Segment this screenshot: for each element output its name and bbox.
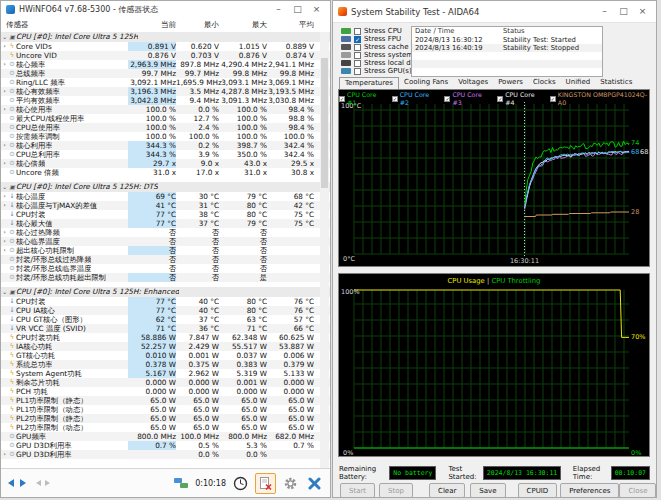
stress-checkbox[interactable]: [354, 60, 361, 67]
stress-checkbox[interactable]: [354, 52, 361, 59]
sensor-row[interactable]: ϟCPU封装功耗58.886 W7.847 W62.348 W60.625 W: [1, 333, 330, 342]
sensor-row[interactable]: ›⊙超出核心功耗限制否否否: [1, 246, 330, 255]
sensor-group-header[interactable]: ⌄▣CPU [#0]: Intel Core Ultra 5 125H: Enh…: [1, 287, 330, 297]
tab-unified[interactable]: Unified: [561, 77, 596, 89]
log-row[interactable]: 2024/8/13 16:30:12Stability Test: Starte…: [412, 36, 602, 44]
tab-powers[interactable]: Powers: [493, 77, 528, 89]
close-icon[interactable]: ×: [308, 2, 325, 17]
clear-button[interactable]: Clear: [429, 483, 465, 498]
sensor-label: GPU频率: [16, 432, 46, 441]
sensor-row[interactable]: ›⊙核心使用率100.0 %0.0 %100.0 %98.4 %: [1, 105, 330, 114]
maximize-icon[interactable]: □: [289, 2, 306, 17]
preferences-button[interactable]: Preferences: [560, 483, 619, 498]
sensor-row[interactable]: ↓CPU封装77 °C40 °C80 °C76 °C: [1, 297, 330, 306]
log-row[interactable]: 2024/8/13 16:40:19Stability Test: Stoppe…: [412, 44, 602, 52]
legend-checkbox[interactable]: ✓: [339, 96, 345, 102]
legend-checkbox[interactable]: ✓: [550, 96, 556, 102]
sensor-label: PL2功率限制（静态）: [16, 414, 87, 423]
sensor-row[interactable]: ↓CPU GT核心（图形）62 °C37 °C63 °C57 °C: [1, 315, 330, 324]
sensor-row[interactable]: ⊙平均有效频率3,042.8 MHz9.4 MHz3,091.3 MHz3,03…: [1, 96, 330, 105]
sensor-row[interactable]: ⊙封装/环形总线临界温度否否否: [1, 264, 330, 273]
column-current[interactable]: 当前: [128, 20, 176, 30]
stress-checkbox[interactable]: ✓: [354, 36, 361, 43]
sensor-row[interactable]: ϟPL1功率限制（静态）65.0 W65.0 W65.0 W65.0 W: [1, 396, 330, 405]
sensor-row[interactable]: ›⊙GPU D3D利用率0.0 %0.0 %: [1, 450, 330, 459]
sensor-row[interactable]: ›⊙核心频率2,963.9 MHz897.8 MHz4,290.4 MHz2,9…: [1, 60, 330, 69]
scrollbar-thumb[interactable]: [321, 58, 328, 188]
sensor-row[interactable]: ϟ剩余芯片功耗0.000 W0.000 W0.001 W0.000 W: [1, 378, 330, 387]
tab-voltages[interactable]: Voltages: [453, 77, 493, 89]
close-sensors-icon[interactable]: [305, 474, 324, 493]
minimize-icon[interactable]: –: [596, 4, 613, 19]
legend-checkbox[interactable]: ✓: [392, 96, 398, 102]
sensor-row[interactable]: ↓CPU IA核心77 °C40 °C80 °C76 °C: [1, 306, 330, 315]
sensor-row[interactable]: ›⊙核心利用率344.3 %0.2 %398.7 %342.4 %: [1, 141, 330, 150]
sensor-row[interactable]: ⊙最大CPU/线程使用率100.0 %12.7 %100.0 %98.8 %: [1, 114, 330, 123]
sensor-row[interactable]: ϟPCH 功耗0.000 W0.000 W0.000 W0.000 W: [1, 387, 330, 396]
sensor-row[interactable]: ϟPL2功率限制（静态）65.0 W65.0 W65.0 W65.0 W: [1, 414, 330, 423]
aida64-titlebar[interactable]: System Stability Test - AIDA64 – □ ×: [333, 1, 656, 23]
column-min[interactable]: 最小: [176, 20, 219, 30]
logging-stop-button[interactable]: [255, 473, 276, 494]
sensor-row[interactable]: ⊙Ring/LLC 频率3,092.1 MHz1,695.9 MHz3,093.…: [1, 78, 330, 87]
sensor-row[interactable]: ϟPL1功率限制（动态）65.0 W65.0 W65.0 W65.0 W: [1, 405, 330, 414]
legend-checkbox[interactable]: ✓: [497, 96, 503, 102]
log-row[interactable]: [412, 60, 602, 68]
settings-gear-icon[interactable]: [281, 474, 300, 493]
sensor-row[interactable]: ϟIA核心功耗52.257 W2.429 W55.517 W53.887 W: [1, 342, 330, 351]
start-button[interactable]: Start: [340, 483, 375, 498]
sensor-row[interactable]: ⊙CPU总利用率344.3 %3.9 %350.0 %342.4 %: [1, 150, 330, 159]
sensor-row[interactable]: ⊙Uncore 倍频31.0 x17.0 x31.0 x30.8 x: [1, 168, 330, 177]
sensor-row[interactable]: ⊙GPU频率800.0 MHz100.0 MHz800.0 MHz682.0 M…: [1, 432, 330, 441]
close-icon[interactable]: ×: [634, 4, 651, 19]
stress-checkbox[interactable]: [354, 68, 361, 75]
clock-icon[interactable]: [231, 474, 250, 493]
close-button[interactable]: Close: [619, 483, 656, 498]
temperature-chart: 16:30:1168687428100°C0°C✓CPU Core #1✓CPU…: [338, 89, 650, 267]
column-avg[interactable]: 平均: [267, 20, 314, 30]
sensor-row[interactable]: ↓核心最大值77 °C37 °C79 °C75 °C: [1, 219, 330, 228]
sensor-row[interactable]: ϟPL2功率限制（动态）65.0 W65.0 W65.0 W65.0 W: [1, 423, 330, 432]
sensor-table-scrollbar[interactable]: [320, 32, 329, 468]
sensor-row[interactable]: ϟSystem Agent功耗5.167 W2.962 W5.319 W5.13…: [1, 369, 330, 378]
sensor-group-header[interactable]: ⌄▣CPU [#0]: Intel Core Ultra 5 125H: [1, 32, 330, 42]
sensor-row[interactable]: ⊙封装/环形总线过热降频否否否: [1, 255, 330, 264]
log-row[interactable]: [412, 52, 602, 60]
sensor-row[interactable]: ›⊙核心有效频率3,196.3 MHz3.5 MHz4,287.8 MHz3,1…: [1, 87, 330, 96]
value-current: 100.0 %: [128, 105, 176, 114]
tab-cooling-fans[interactable]: Cooling Fans: [399, 77, 453, 89]
column-sensor[interactable]: 传感器: [1, 20, 128, 30]
tab-clocks[interactable]: Clocks: [528, 77, 561, 89]
sensor-row[interactable]: ↓VR VCC 温度 (SVID)71 °C36 °C71 °C66 °C: [1, 324, 330, 333]
sensor-row[interactable]: ϟGT核心功耗0.010 W0.001 W0.037 W0.006 W: [1, 351, 330, 360]
sensor-row[interactable]: ϟ系统总功率0.378 W0.375 W0.383 W0.379 W: [1, 360, 330, 369]
hwinfo-titlebar[interactable]: HWiNFO64 v7.68-5300 - 传感器状态 – □ ×: [1, 1, 330, 19]
minimize-icon[interactable]: –: [270, 2, 287, 17]
stop-button[interactable]: Stop: [379, 483, 413, 498]
log-row[interactable]: [412, 68, 602, 76]
column-max[interactable]: 最大: [219, 20, 267, 30]
save-button[interactable]: Save: [470, 483, 505, 498]
remote-sensors-icon[interactable]: [171, 474, 190, 493]
sensor-row[interactable]: ›⊙核心过热降频否否否: [1, 228, 330, 237]
nav-arrows-icon[interactable]: [7, 474, 26, 493]
sensor-row[interactable]: ›ϟCore VIDs0.891 V0.620 V1.015 V0.889 V: [1, 42, 330, 51]
sensor-row[interactable]: ⊙总线频率99.7 MHz99.7 MHz99.8 MHz99.8 MHz: [1, 69, 330, 78]
sensor-row[interactable]: ›⊙核心临界温度否否否: [1, 237, 330, 246]
sensor-row[interactable]: ↓CPU封装77 °C38 °C80 °C75 °C: [1, 210, 330, 219]
stress-checkbox[interactable]: [354, 44, 361, 51]
stress-checkbox[interactable]: [354, 28, 361, 35]
cpuid-button[interactable]: CPUID: [518, 483, 558, 498]
sensor-row[interactable]: ϟUncore VID0.876 V0.703 V0.876 V0.874 V: [1, 51, 330, 60]
sensor-row[interactable]: ›↓核心温度与TjMAX的差值41 °C31 °C80 °C42 °C: [1, 201, 330, 210]
sensor-row[interactable]: ⊙GPU D3D利用率0.7 %0.5 %5.3 %0.7 %: [1, 441, 330, 450]
sensor-row[interactable]: ⊙按需频率调制100.0 %100.0 %100.0 %100.0 %: [1, 132, 330, 141]
legend-checkbox[interactable]: ✓: [444, 96, 450, 102]
sensor-row[interactable]: ⊙封装/环形总线功耗超出限制否否是: [1, 273, 330, 282]
sensor-row[interactable]: ›⊙核心倍频29.7 x9.0 x43.0 x29.5 x: [1, 159, 330, 168]
tab-statistics[interactable]: Statistics: [595, 77, 637, 89]
sensor-row[interactable]: ⊙CPU总使用率100.0 %2.4 %100.0 %98.4 %: [1, 123, 330, 132]
sensor-row[interactable]: ›↓核心温度69 °C30 °C79 °C68 °C: [1, 192, 330, 201]
maximize-icon[interactable]: □: [615, 4, 632, 19]
sensor-group-header[interactable]: ⌄▣CPU [#0]: Intel Core Ultra 5 125H: DTS: [1, 182, 330, 192]
